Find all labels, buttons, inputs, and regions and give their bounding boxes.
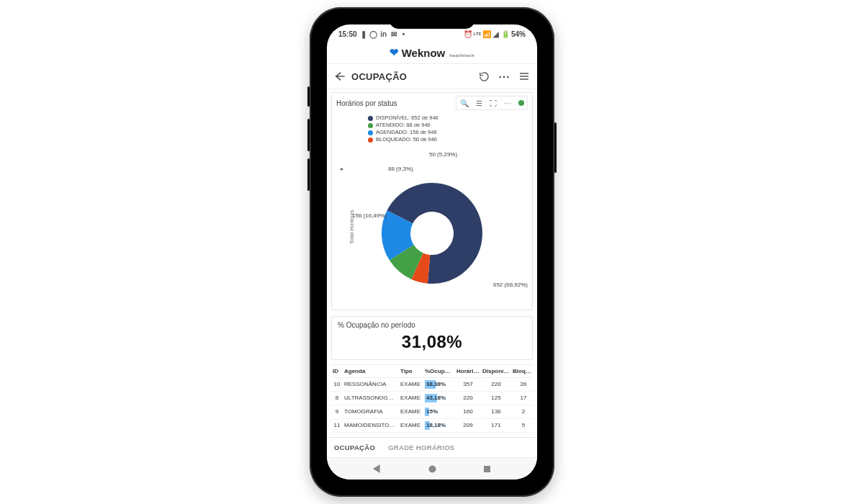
cell-bloq: 5	[511, 422, 536, 428]
cell-bloq: 2	[511, 408, 536, 415]
brand-mark-icon: ❤	[390, 46, 399, 59]
nav-recent-icon[interactable]	[482, 464, 491, 473]
battery-icon: 🔋	[502, 30, 509, 37]
kpi-card: % Ocupação no período 31,08%	[331, 316, 533, 360]
kpi-value: 31,08%	[338, 332, 526, 352]
cell-tipo: EXAME	[399, 381, 423, 387]
cell-bloq: 17	[511, 395, 536, 401]
axis-caret-icon: ▸	[341, 166, 343, 172]
status-dot-icon	[518, 100, 524, 106]
signal-icon: ◢	[492, 30, 500, 37]
legend-dot-icon	[368, 116, 373, 121]
slice-label-bloqueado: 50 (5,29%)	[429, 151, 457, 158]
brand-logo: ❤ Weknow healthtech	[390, 46, 475, 59]
cell-ocupacao: 38,38%	[423, 380, 455, 389]
phone-screen: 15:50 ❚ ◯ in ✉ • ⏰ LTE 📶 ◢ 🔋 54%	[327, 24, 537, 480]
phone-frame: 15:50 ❚ ◯ in ✉ • ⏰ LTE 📶 ◢ 🔋 54%	[310, 7, 554, 497]
col-header: Disponível	[481, 368, 511, 374]
cell-id: 9	[331, 408, 343, 415]
tab-ocupacao[interactable]: OCUPAÇÃO	[334, 444, 375, 454]
circle-icon: ◯	[370, 30, 377, 37]
tab-grade-horarios[interactable]: GRADE HORÁRIOS	[388, 444, 454, 454]
lte-icon: LTE	[474, 30, 481, 37]
agenda-table: IDAgendaTipo%OcupaçãoHoráriosDisponívelB…	[331, 364, 533, 433]
cell-agenda: ULTRASSONOGRAFIA	[343, 395, 399, 401]
side-button	[307, 119, 310, 151]
legend-label: AGENDADO: 156 de 946	[376, 129, 437, 136]
cell-horarios: 209	[455, 422, 481, 428]
legend-item: BLOQUEADO: 50 de 946	[368, 136, 532, 143]
donut-chart: Total Horários ▸ 652 (68,92%) 156 (16,49…	[332, 144, 532, 310]
side-button	[307, 86, 310, 107]
col-header: Horários	[455, 368, 481, 374]
cell-disponivel: 171	[481, 422, 511, 428]
table-row[interactable]: 8ULTRASSONOGRAFIAEXAME43,18%22012517	[331, 392, 533, 405]
status-chart-card: Horários por status 🔍 ☰ ⛶ ⋯ DISPONÍVEL: …	[331, 92, 533, 310]
android-navbar	[327, 457, 537, 480]
cell-horarios: 160	[455, 408, 481, 415]
cell-ocupacao: 18,18%	[423, 421, 455, 430]
cell-agenda: MAMO/DENSITOMETRIA	[343, 422, 399, 428]
cell-agenda: RESSONÂNCIA	[343, 381, 399, 387]
menu-button[interactable]	[518, 71, 530, 82]
col-header: Agenda	[343, 368, 399, 374]
legend-dot-icon	[368, 130, 373, 135]
alarm-icon: ⏰	[464, 30, 472, 37]
cell-agenda: TOMOGRAFIA	[343, 408, 399, 415]
brand-sub: healthtech	[449, 53, 474, 58]
col-header: ID	[331, 368, 343, 374]
fullscreen-icon[interactable]: ⛶	[488, 98, 498, 108]
legend-dot-icon	[368, 123, 373, 128]
card-toolbar: 🔍 ☰ ⛶ ⋯	[456, 96, 528, 110]
legend-label: BLOQUEADO: 50 de 946	[376, 136, 437, 143]
legend-item: AGENDADO: 156 de 946	[368, 129, 532, 136]
col-header: Bloquead	[511, 368, 536, 374]
legend-dot-icon	[368, 138, 373, 143]
table-row[interactable]: 10RESSONÂNCIAEXAME38,38%35722026	[331, 378, 533, 392]
dot-icon: •	[400, 30, 408, 37]
legend-label: ATENDIDO: 88 de 946	[376, 122, 431, 129]
cell-ocupacao: 43,18%	[423, 394, 455, 402]
mail-icon: ✉	[390, 30, 397, 37]
cell-tipo: EXAME	[399, 408, 423, 415]
slice-label-atendido: 88 (9,3%)	[388, 166, 413, 172]
filter-icon[interactable]: ☰	[474, 98, 484, 108]
cell-horarios: 357	[455, 381, 481, 387]
more-button[interactable]: ⋯	[498, 71, 510, 82]
table-row[interactable]: 9TOMOGRAFIAEXAME15%1601362	[331, 405, 533, 419]
slice-label-disponivel: 652 (68,92%)	[493, 282, 528, 288]
cell-bloq: 26	[511, 381, 536, 387]
title-bar: OCUPAÇÃO ⋯	[327, 64, 537, 89]
legend-item: DISPONÍVEL: 652 de 946	[368, 114, 532, 122]
cell-tipo: EXAME	[399, 422, 423, 428]
side-button	[307, 158, 310, 191]
bottom-tabs: OCUPAÇÃO GRADE HORÁRIOS	[327, 437, 537, 457]
back-button[interactable]	[334, 71, 346, 82]
refresh-button[interactable]	[478, 71, 490, 82]
svg-rect-1	[484, 466, 490, 472]
slice-label-agendado: 156 (16,49%)	[352, 212, 387, 219]
status-time: 15:50	[338, 30, 357, 38]
inspect-icon[interactable]: 🔍	[459, 98, 469, 108]
table-row[interactable]: 11MAMO/DENSITOMETRIAEXAME18,18%2091715	[331, 419, 533, 433]
table-header: IDAgendaTipo%OcupaçãoHoráriosDisponívelB…	[331, 365, 533, 378]
cell-id: 8	[331, 395, 343, 401]
linkedin-icon: in	[380, 30, 387, 37]
wifi-icon: 📶	[483, 30, 490, 37]
cell-ocupacao: 15%	[423, 408, 455, 416]
chat-icon: ❚	[360, 30, 367, 37]
cell-disponivel: 125	[481, 395, 511, 401]
col-header: %Ocupação	[423, 368, 455, 374]
card-more-icon[interactable]: ⋯	[503, 98, 513, 108]
nav-back-icon[interactable]	[373, 464, 382, 473]
cell-tipo: EXAME	[399, 395, 423, 401]
chart-legend: DISPONÍVEL: 652 de 946ATENDIDO: 88 de 94…	[332, 113, 532, 144]
card-title: Horários por status	[336, 99, 397, 107]
nav-home-icon[interactable]	[428, 464, 436, 473]
legend-item: ATENDIDO: 88 de 946	[368, 122, 532, 129]
col-header: Tipo	[399, 368, 423, 374]
cell-disponivel: 220	[481, 381, 511, 387]
cell-horarios: 220	[455, 395, 481, 401]
cell-disponivel: 136	[481, 408, 511, 415]
svg-point-0	[428, 465, 436, 472]
